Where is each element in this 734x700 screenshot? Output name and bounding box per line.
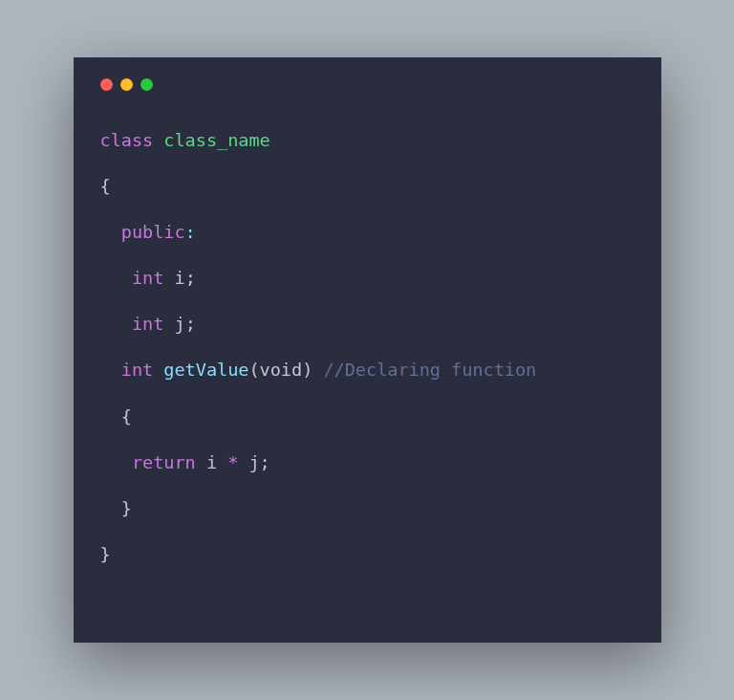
function-name: getValue <box>163 360 248 380</box>
type-int: int <box>121 360 153 380</box>
left-paren: ( <box>248 360 259 380</box>
identifier-i: i <box>174 268 184 288</box>
identifier-j: j <box>248 452 259 472</box>
minimize-icon[interactable] <box>120 78 133 91</box>
return-keyword: return <box>132 452 196 472</box>
colon: : <box>185 222 196 242</box>
type-int: int <box>132 268 163 288</box>
close-brace: } <box>121 498 132 518</box>
semicolon: ; <box>185 314 196 334</box>
identifier-j: j <box>174 314 184 334</box>
type-int: int <box>132 314 163 334</box>
maximize-icon[interactable] <box>140 78 153 91</box>
operator-multiply: * <box>227 452 238 472</box>
close-brace: } <box>100 544 111 564</box>
access-specifier: public <box>121 222 185 242</box>
void-keyword: void <box>260 360 303 380</box>
open-brace: { <box>100 176 111 196</box>
comment: //Declaring function <box>323 360 536 380</box>
identifier-i: i <box>206 452 217 472</box>
code-block: class class_name { public: int i; int j;… <box>100 118 635 578</box>
semicolon: ; <box>260 452 270 472</box>
right-paren: ) <box>302 360 313 380</box>
window-controls <box>100 78 635 91</box>
code-editor-window: class class_name { public: int i; int j;… <box>74 57 661 643</box>
open-brace: { <box>121 406 132 427</box>
close-icon[interactable] <box>100 78 113 91</box>
semicolon: ; <box>185 268 196 288</box>
class-name: class_name <box>163 130 270 150</box>
keyword-class: class <box>100 130 154 150</box>
